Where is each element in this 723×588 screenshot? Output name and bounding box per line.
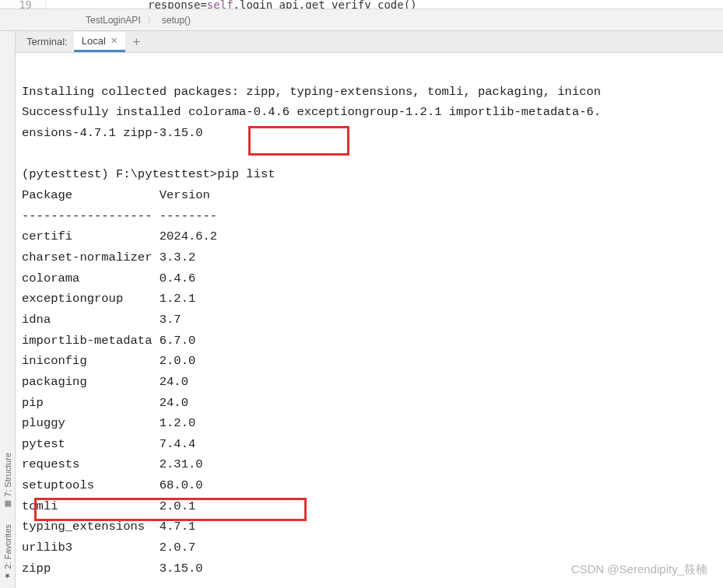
prompt-command: pip list (217, 167, 275, 181)
prompt-line: (pytesttest) F:\pytesttest>pip list (22, 167, 276, 181)
output-line: Installing collected packages: zipp, typ… (22, 85, 601, 99)
table-header: Package Version (22, 188, 210, 202)
star-icon: ★ (3, 572, 12, 580)
editor-code[interactable]: response=self.login_api.get_verify_code(… (47, 0, 417, 9)
code-self: self (207, 0, 233, 9)
line-number: 19 (0, 0, 47, 9)
terminal-output[interactable]: Installing collected packages: zipp, typ… (16, 53, 723, 588)
breadcrumb: TestLoginAPI 〉 setup() (0, 9, 723, 31)
terminal-tab-label: Local (82, 35, 106, 47)
prompt-env: (pytesttest) (22, 167, 116, 181)
table-sep: ------------------ -------- (22, 209, 217, 223)
structure-tool-tab[interactable]: ▦ 7: Structure (2, 445, 14, 516)
close-icon[interactable]: ✕ (111, 36, 118, 46)
favorites-label: 2: Favorites (3, 524, 12, 569)
output-line: Successfully installed colorama-0.4.6 ex… (22, 105, 601, 119)
editor-line: 19 response=self.login_api.get_verify_co… (0, 0, 723, 9)
package-table: certifi 2024.6.2 charset-normalizer 3.3.… (22, 226, 717, 579)
breadcrumb-method[interactable]: setup() (162, 15, 191, 26)
structure-label: 7: Structure (3, 453, 12, 497)
add-terminal-button[interactable]: + (127, 35, 146, 49)
terminal-tab-local[interactable]: Local ✕ (74, 32, 125, 52)
left-tool-strip: ▦ 7: Structure ★ 2: Favorites (0, 31, 16, 588)
terminal-panel: Terminal: Local ✕ + Installing collected… (16, 31, 723, 588)
terminal-label: Terminal: (22, 36, 72, 47)
output-line: ensions-4.7.1 zipp-3.15.0 (22, 126, 203, 140)
prompt-path: F:\pytesttest> (116, 167, 217, 181)
highlight-pip-list (248, 126, 349, 156)
code-suffix: .login_api.get_verify_code() (233, 0, 417, 9)
favorites-tool-tab[interactable]: ★ 2: Favorites (2, 516, 14, 588)
terminal-tabbar: Terminal: Local ✕ + (16, 31, 723, 53)
structure-icon: ▦ (3, 500, 12, 509)
breadcrumb-sep: 〉 (147, 14, 156, 26)
code-prefix: response= (148, 0, 207, 9)
breadcrumb-class[interactable]: TestLoginAPI (86, 15, 141, 26)
